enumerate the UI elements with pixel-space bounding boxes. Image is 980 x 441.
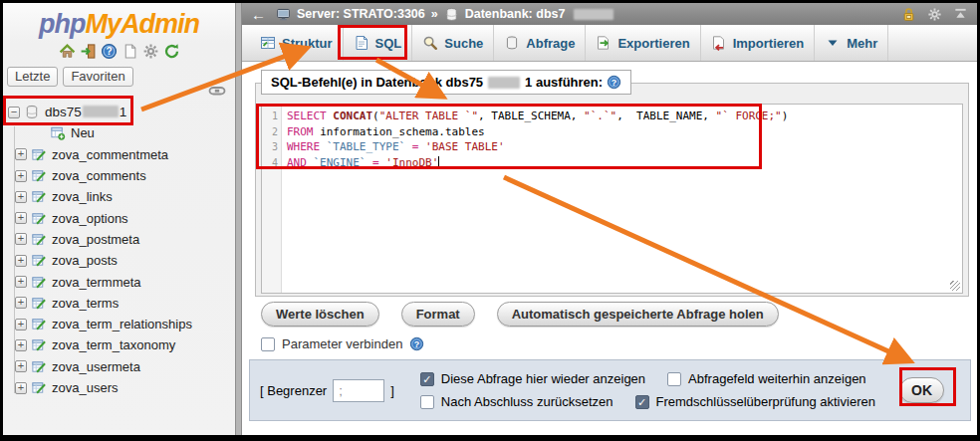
- tree-item-label[interactable]: zova_links: [52, 189, 113, 204]
- breadcrumb-server[interactable]: Server: STRATO:3306: [297, 7, 425, 21]
- plus-expander-icon[interactable]: +: [15, 339, 27, 351]
- tab-suche[interactable]: Suche: [412, 25, 494, 61]
- plus-expander-icon[interactable]: +: [15, 170, 27, 182]
- plus-expander-icon[interactable]: +: [15, 255, 27, 267]
- tree-item-label[interactable]: zova_commentmeta: [52, 147, 168, 162]
- checkbox[interactable]: ✓: [420, 372, 434, 386]
- tree-item-table[interactable]: +zova_users: [3, 377, 231, 398]
- plus-expander-icon[interactable]: +: [15, 360, 27, 372]
- help-icon[interactable]: ?: [607, 75, 621, 90]
- tree-item-label[interactable]: zova_users: [52, 380, 118, 395]
- tab-struktur[interactable]: Struktur: [250, 25, 344, 61]
- breadcrumb-database[interactable]: Datenbank: dbs7: [465, 7, 566, 21]
- tree-item-table[interactable]: +zova_options: [3, 207, 231, 228]
- recent-tables-button[interactable]: Letzte: [7, 67, 58, 87]
- tree-item-table[interactable]: +zova_termmeta: [3, 271, 231, 292]
- minus-expander-icon[interactable]: −: [8, 107, 20, 118]
- plus-expander-icon[interactable]: +: [15, 276, 27, 288]
- tree-item-label[interactable]: Neu: [71, 125, 95, 140]
- option-2[interactable]: Abfragefeld weiterhin anzeigen: [667, 371, 866, 386]
- lock-icon[interactable]: [901, 7, 916, 22]
- tree-item-database[interactable]: −dbs751: [3, 102, 231, 122]
- tab-mehr[interactable]: Mehr: [815, 25, 888, 61]
- checkbox[interactable]: ✓: [635, 395, 649, 409]
- home-icon[interactable]: [59, 43, 76, 60]
- ok-button[interactable]: OK: [899, 377, 944, 403]
- gear-icon-light[interactable]: [927, 7, 942, 22]
- doc-icon[interactable]: [122, 43, 138, 60]
- resize-handle-icon[interactable]: [950, 281, 960, 291]
- format-button[interactable]: Format: [401, 302, 475, 327]
- tree-item-table[interactable]: +zova_term_taxonomy: [3, 334, 231, 355]
- line-number-gutter: 1234: [262, 105, 282, 293]
- tree-item-label[interactable]: zova_term_relationships: [52, 317, 192, 331]
- help-icon[interactable]: ?: [409, 336, 424, 351]
- option-1[interactable]: ✓Diese Abfrage hier wieder anzeigen: [420, 371, 645, 386]
- tree-item-label[interactable]: zova_terms: [52, 296, 119, 311]
- collapse-icon[interactable]: [953, 7, 968, 22]
- tab-exportieren[interactable]: Exportieren: [586, 25, 700, 61]
- tree-item-table[interactable]: +zova_terms: [3, 293, 231, 314]
- chevron-down-icon: [825, 35, 841, 51]
- tree-item-table[interactable]: +zova_links: [3, 186, 231, 207]
- tree-item-table[interactable]: +zova_usermeta: [3, 356, 231, 377]
- gear-icon[interactable]: [142, 43, 159, 60]
- help-icon[interactable]: ?: [101, 43, 118, 60]
- table-icon: [31, 359, 47, 374]
- tree-item-label[interactable]: dbs751: [45, 105, 126, 119]
- import-icon: [711, 35, 727, 51]
- delimiter-input[interactable]: [333, 379, 384, 402]
- tab-sql[interactable]: SQL: [344, 25, 413, 61]
- tab-abfrage[interactable]: Abfrage: [494, 25, 586, 61]
- tree-item-label[interactable]: zova_postmeta: [52, 232, 139, 247]
- tree-item-label[interactable]: zova_posts: [52, 253, 118, 268]
- plus-expander-icon[interactable]: +: [15, 148, 27, 160]
- new-table-icon: [50, 125, 66, 140]
- svg-text:?: ?: [106, 46, 112, 57]
- back-arrow-icon[interactable]: ←: [251, 6, 266, 23]
- plus-expander-icon[interactable]: +: [15, 212, 27, 224]
- phpmyadmin-window: phpMyAdmin ? Letzte Favoriten −dbs751Neu…: [0, 0, 980, 441]
- sql-editor[interactable]: 1234 SELECT CONCAT("ALTER TABLE `", TABL…: [261, 104, 963, 294]
- tree-item-label[interactable]: zova_usermeta: [52, 359, 140, 374]
- redacted-text: [488, 77, 520, 89]
- tree-item-label[interactable]: zova_comments: [52, 168, 146, 183]
- tree-item-label[interactable]: zova_options: [52, 211, 128, 226]
- panel-divider[interactable]: [235, 3, 242, 435]
- sql-code[interactable]: SELECT CONCAT("ALTER TABLE `", TABLE_SCH…: [282, 105, 962, 293]
- plus-expander-icon[interactable]: +: [15, 297, 27, 309]
- option-3[interactable]: Nach Abschluss zurücksetzen: [420, 394, 613, 409]
- phpmyadmin-logo[interactable]: phpMyAdmin: [3, 9, 235, 40]
- favorite-tables-button[interactable]: Favoriten: [63, 67, 132, 87]
- sql-code-line: FROM information_schema.tables: [287, 124, 962, 140]
- link-icon[interactable]: [208, 83, 226, 95]
- option-row-1: ✓Diese Abfrage hier wieder anzeigenAbfra…: [420, 371, 875, 386]
- table-icon: [31, 380, 47, 395]
- plus-expander-icon[interactable]: +: [15, 382, 27, 394]
- legend-text-prefix: SQL-Befehl(e) in Datenbank dbs75: [271, 75, 483, 90]
- tree-item-table[interactable]: +zova_postmeta: [3, 229, 231, 250]
- exit-icon[interactable]: [80, 43, 97, 60]
- tree-item-table[interactable]: +zova_commentmeta: [3, 144, 231, 165]
- plus-expander-icon[interactable]: +: [15, 319, 27, 331]
- refresh-icon[interactable]: [163, 43, 180, 60]
- plus-expander-icon[interactable]: +: [15, 191, 27, 203]
- bind-parameters-checkbox[interactable]: [261, 337, 275, 351]
- get-autosaved-query-button[interactable]: Automatisch gespeicherte Abfrage holen: [497, 302, 779, 327]
- tab-importieren[interactable]: Importieren: [701, 25, 816, 61]
- option-label: Fremdschlüsselüberprüfung aktivieren: [656, 394, 875, 409]
- checkbox[interactable]: [667, 372, 681, 386]
- tree-item-label[interactable]: zova_termmeta: [52, 275, 141, 290]
- checkbox[interactable]: [420, 395, 434, 409]
- tree-item-table[interactable]: +zova_posts: [3, 250, 231, 271]
- tree-item-table[interactable]: +zova_term_relationships: [3, 314, 231, 334]
- sql-code-line: SELECT CONCAT("ALTER TABLE `", TABLE_SCH…: [287, 109, 962, 124]
- tree-item-table[interactable]: +zova_comments: [3, 165, 231, 186]
- plus-expander-icon[interactable]: +: [15, 233, 27, 245]
- option-4[interactable]: ✓Fremdschlüsselüberprüfung aktivieren: [635, 394, 875, 409]
- tree-item-new[interactable]: Neu: [3, 122, 231, 143]
- tree-item-label[interactable]: zova_term_taxonomy: [52, 337, 175, 352]
- tab-label: Abfrage: [526, 36, 575, 51]
- clear-values-button[interactable]: Werte löschen: [261, 302, 379, 327]
- tab-label: Struktur: [282, 36, 333, 51]
